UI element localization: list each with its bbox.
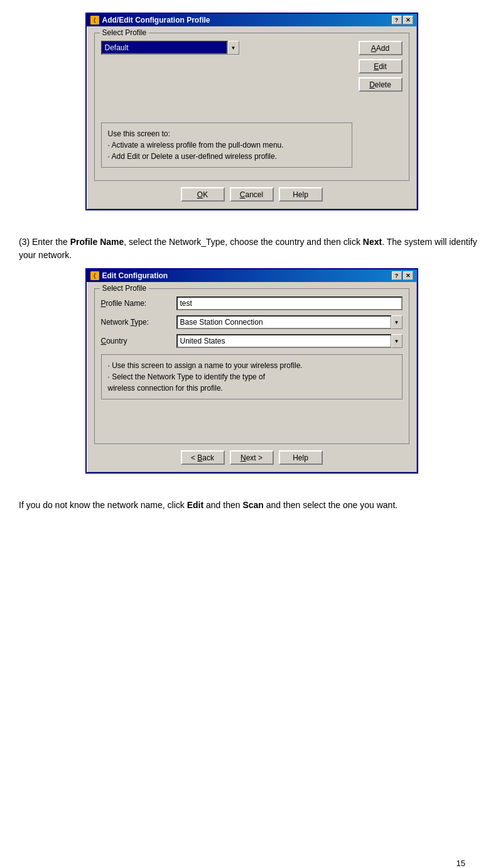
dialog1-select-profile-group: Select Profile Default ▼ Use t xyxy=(94,33,409,181)
dialog2-next-label: Next > xyxy=(241,453,262,462)
para1-middle: , select the Network_Type, choose the co… xyxy=(124,237,363,247)
dialog1-bottom-buttons: OK Cancel Help xyxy=(94,187,409,202)
dialog1-delete-button[interactable]: Delete xyxy=(359,77,403,92)
dialog2-group-label: Select Profile xyxy=(100,284,149,293)
para2-bold2: Scan xyxy=(242,500,263,510)
dialog2-info-line2: · Select the Network Type to identify th… xyxy=(108,371,396,382)
dialog2-country-label: Country xyxy=(101,337,176,345)
dialog2-help-label: Help xyxy=(293,453,308,462)
dialog2-info-line1: · Use this screen to assign a name to yo… xyxy=(108,360,396,371)
dialog2-title-icon: 〈 xyxy=(90,271,99,280)
dialog1-group-label: Select Profile xyxy=(100,28,149,37)
dialog2-network-type-arrow[interactable]: ▼ xyxy=(391,315,403,329)
para1-before: (3) Enter the xyxy=(19,237,70,247)
dialog2-network-type-combo[interactable]: Base Station Connection ▼ xyxy=(176,315,403,329)
dialog1-profile-dropdown-arrow[interactable]: ▼ xyxy=(228,41,239,55)
dialog1-delete-label: Delete xyxy=(369,80,391,89)
dialog1-info-line2: · Add Edit or Delete a user-defined wire… xyxy=(108,151,345,162)
para2-middle: and then xyxy=(203,500,242,510)
para2-after: and then select the one you want. xyxy=(264,500,398,510)
paragraph1: (3) Enter the Profile Name, select the N… xyxy=(19,236,484,262)
paragraph2: If you do not know the network name, cli… xyxy=(19,499,484,512)
dialog2-back-label: < Back xyxy=(191,453,214,462)
dialog1-title-text: Add/Edit Configuration Profile xyxy=(102,16,210,24)
dialog2-select-profile-group: Select Profile Profile Name: Network Typ… xyxy=(94,288,409,444)
dialog1-ok-button[interactable]: OK xyxy=(181,187,225,202)
dialog2-info-line3: wireless connection for this profile. xyxy=(108,382,396,394)
dialog-add-edit-profile: 〈 Add/Edit Configuration Profile ? ✕ Sel… xyxy=(85,13,418,210)
dialog1-help-button[interactable]: ? xyxy=(392,16,402,24)
para2-bold1: Edit xyxy=(187,500,203,510)
dialog1-help-label: Help xyxy=(293,190,308,199)
dialog2-back-button[interactable]: < Back xyxy=(181,450,225,465)
dialog2-title-text: Edit Configuration xyxy=(102,271,168,280)
dialog2-info-box: · Use this screen to assign a name to yo… xyxy=(101,354,403,399)
dialog1-edit-button[interactable]: Edit xyxy=(359,59,403,73)
dialog2-help-button[interactable]: ? xyxy=(392,271,402,280)
dialog1-cancel-label: Cancel xyxy=(240,190,263,199)
dialog1-close-button[interactable]: ✕ xyxy=(403,16,413,24)
dialog1-info-title: Use this screen to: xyxy=(108,128,345,139)
dialog2-country-value: United States xyxy=(176,334,392,348)
dialog2-titlebar: 〈 Edit Configuration ? ✕ xyxy=(87,269,417,282)
dialog1-add-button[interactable]: AAdd xyxy=(359,41,403,55)
dialog2-country-combo[interactable]: United States ▼ xyxy=(176,334,403,348)
dialog2-network-type-row: Network Type: Base Station Connection ▼ xyxy=(101,315,403,329)
dialog2-network-type-value: Base Station Connection xyxy=(176,315,392,329)
dialog2-close-button[interactable]: ✕ xyxy=(403,271,413,280)
dialog1-edit-label: Edit xyxy=(374,62,387,71)
dialog2-help-btn[interactable]: Help xyxy=(279,450,323,465)
dialog1-info-box: Use this screen to: · Activate a wireles… xyxy=(101,122,352,168)
dialog2-country-arrow[interactable]: ▼ xyxy=(391,334,403,348)
para2-before: If you do not know the network name, cli… xyxy=(19,500,187,510)
dialog1-profile-dropdown[interactable]: Default ▼ xyxy=(101,41,239,55)
dialog1-side-buttons: AAdd Edit Delete xyxy=(359,41,403,92)
dialog1-ok-label: OK xyxy=(197,190,208,199)
dialog2-next-button[interactable]: Next > xyxy=(230,450,274,465)
para1-bold2: Next xyxy=(363,237,382,247)
dialog-edit-configuration: 〈 Edit Configuration ? ✕ Select Profile … xyxy=(85,268,418,474)
dialog1-title-icon: 〈 xyxy=(90,16,99,24)
dialog2-country-row: Country United States ▼ xyxy=(101,334,403,348)
dialog2-profile-name-input[interactable] xyxy=(176,296,403,310)
dialog2-network-type-label: Network Type: xyxy=(101,318,176,327)
dialog2-bottom-buttons: < Back Next > Help xyxy=(94,450,409,465)
dialog1-info-line1: · Activate a wireless profile from the p… xyxy=(108,139,345,151)
page-number: 15 xyxy=(457,859,465,868)
dialog1-titlebar: 〈 Add/Edit Configuration Profile ? ✕ xyxy=(87,14,417,26)
para1-bold1: Profile Name xyxy=(70,237,124,247)
dialog2-profile-name-label: Profile Name: xyxy=(101,299,176,308)
dialog1-cancel-button[interactable]: Cancel xyxy=(230,187,274,202)
dialog1-add-label: AAdd xyxy=(371,44,389,53)
dialog1-help-btn[interactable]: Help xyxy=(279,187,323,202)
dialog1-profile-dropdown-text: Default xyxy=(101,41,228,55)
dialog2-profile-name-row: Profile Name: xyxy=(101,296,403,310)
